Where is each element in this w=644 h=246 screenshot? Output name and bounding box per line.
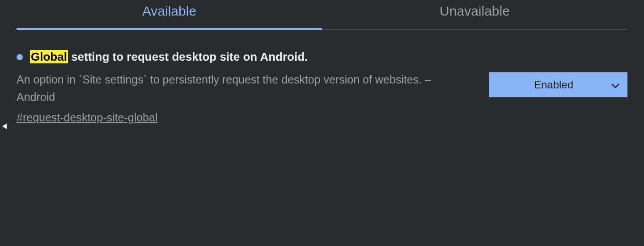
tab-unavailable-label: Unavailable (440, 4, 510, 18)
flag-text: Global setting to request desktop site o… (17, 50, 471, 124)
flag-title-rest: setting to request desktop site on Andro… (68, 50, 308, 63)
flag-hash-link[interactable]: #request-desktop-site-global (17, 111, 157, 124)
tab-unavailable[interactable]: Unavailable (322, 0, 627, 29)
chevron-down-icon (611, 79, 619, 91)
flags-content: Global setting to request desktop site o… (0, 30, 644, 124)
flag-state-dropdown[interactable]: Enabled (489, 72, 627, 97)
flag-title: Global setting to request desktop site o… (17, 50, 471, 64)
flag-row: Global setting to request desktop site o… (17, 50, 627, 124)
nav-arrow-left-icon[interactable]: ◀ (2, 121, 7, 130)
tab-available-label: Available (142, 4, 196, 18)
dropdown-selected-label: Enabled (502, 79, 605, 91)
tab-available[interactable]: Available (17, 0, 322, 29)
status-dot-icon (17, 54, 23, 60)
flag-title-text: Global setting to request desktop site o… (30, 50, 308, 64)
tabs-bar: Available Unavailable (17, 0, 627, 30)
flag-description: An option in `Site settings` to persiste… (17, 71, 471, 106)
search-highlight: Global (30, 50, 68, 63)
